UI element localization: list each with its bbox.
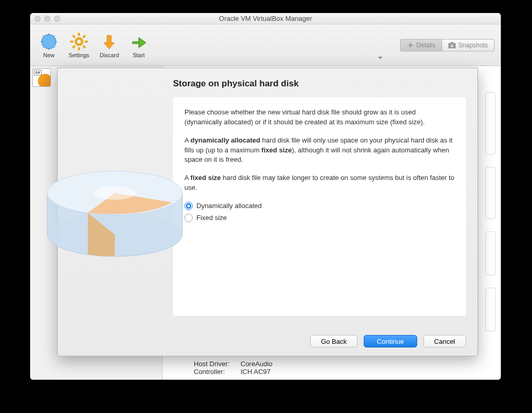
- cancel-button[interactable]: Cancel: [423, 335, 466, 347]
- tab-snapshots[interactable]: Snapshots: [442, 39, 495, 51]
- start-button[interactable]: Start: [124, 30, 153, 60]
- tab-details-label: Details: [417, 42, 436, 49]
- audio-info: Host Driver: CoreAudio Controller: ICH A…: [194, 360, 272, 376]
- svg-rect-17: [82, 45, 86, 48]
- svg-point-9: [76, 38, 82, 45]
- svg-rect-24: [450, 42, 454, 44]
- disk-illustration: [37, 120, 193, 266]
- tab-details[interactable]: Details: [400, 39, 442, 51]
- start-icon: [129, 32, 148, 51]
- radio-dynamic[interactable]: Dynamically allocated: [184, 201, 455, 211]
- intro-text: Please choose whether the new virtual ha…: [184, 108, 455, 127]
- vm-os-icon: [38, 74, 51, 87]
- dialog-body: Please choose whether the new virtual ha…: [173, 97, 466, 316]
- camera-icon: [448, 42, 456, 48]
- svg-point-18: [409, 44, 411, 46]
- allocation-radio-group: Dynamically allocated Fixed size: [184, 201, 455, 223]
- svg-rect-14: [82, 34, 86, 38]
- radio-fixed-label: Fixed size: [196, 213, 227, 223]
- continue-button[interactable]: Continue: [364, 335, 417, 347]
- go-back-button[interactable]: Go Back: [310, 335, 358, 347]
- discard-label: Discard: [100, 52, 119, 58]
- new-label: New: [43, 52, 55, 58]
- svg-rect-13: [85, 41, 88, 43]
- svg-rect-20: [410, 47, 410, 48]
- controller-label: Controller:: [194, 368, 235, 376]
- toolbar: New Settings Discard Start Details: [30, 24, 501, 66]
- dynamic-explanation: A dynamically allocated hard disk file w…: [184, 136, 455, 165]
- host-driver-label: Host Driver:: [194, 360, 235, 368]
- vm-list-item[interactable]: 64: [32, 68, 51, 87]
- settings-icon: [70, 32, 88, 51]
- fixed-explanation: A fixed size hard disk file may take lon…: [184, 173, 455, 193]
- svg-rect-19: [410, 42, 410, 43]
- controller-value: ICH AC97: [241, 368, 271, 376]
- zoom-button[interactable]: [54, 16, 60, 22]
- discard-icon: [100, 32, 118, 51]
- radio-fixed[interactable]: Fixed size: [184, 213, 455, 223]
- settings-label: Settings: [69, 52, 89, 58]
- start-label: Start: [132, 52, 144, 58]
- window-title: Oracle VM VirtualBox Manager: [219, 15, 312, 22]
- traffic-lights: [34, 16, 60, 22]
- svg-rect-16: [72, 34, 75, 38]
- vm-arch-badge: 64: [34, 70, 42, 75]
- svg-point-28: [94, 186, 136, 200]
- host-driver-value: CoreAudio: [241, 360, 272, 368]
- svg-point-25: [450, 44, 454, 47]
- close-button[interactable]: [34, 16, 41, 22]
- view-tabs: Details Snapshots: [400, 39, 495, 51]
- svg-rect-15: [72, 45, 75, 48]
- new-button[interactable]: New: [34, 30, 63, 60]
- minimize-button[interactable]: [44, 16, 50, 22]
- dialog-buttons: Go Back Continue Cancel: [310, 335, 466, 347]
- svg-rect-21: [407, 45, 408, 45]
- dialog-title: Storage on physical hard disk: [173, 79, 466, 89]
- radio-dynamic-label: Dynamically allocated: [196, 201, 262, 211]
- titlebar: Oracle VM VirtualBox Manager: [30, 13, 501, 24]
- tab-snapshots-label: Snapshots: [458, 42, 488, 49]
- settings-button[interactable]: Settings: [63, 30, 95, 60]
- svg-rect-22: [412, 45, 413, 45]
- svg-rect-12: [70, 41, 73, 43]
- svg-rect-11: [78, 47, 80, 50]
- gear-icon: [407, 42, 414, 49]
- new-icon: [39, 32, 58, 51]
- start-dropdown-icon[interactable]: [378, 57, 382, 59]
- storage-dialog: Storage on physical hard disk Please cho…: [57, 68, 478, 356]
- discard-button[interactable]: Discard: [95, 30, 124, 60]
- svg-rect-10: [78, 33, 80, 36]
